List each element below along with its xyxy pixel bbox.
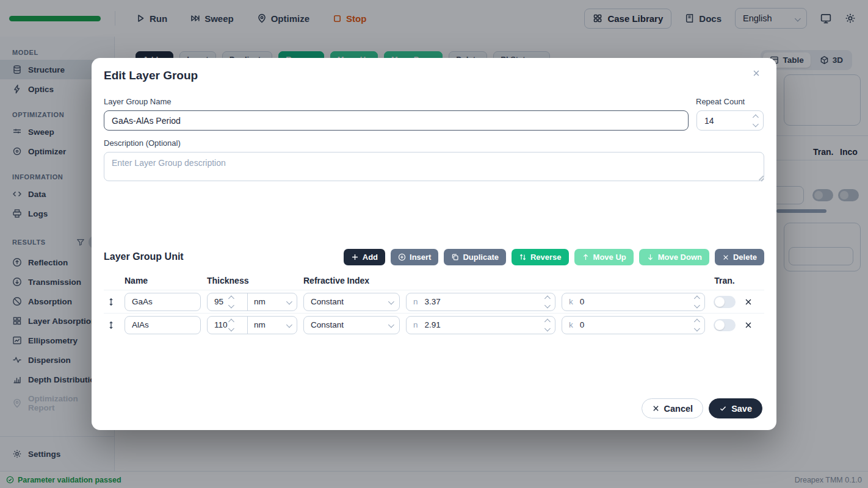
thickness-stepper[interactable] (208, 293, 248, 310)
stepper-buttons[interactable] (750, 115, 763, 126)
modal-footer: Cancel Save (642, 398, 762, 418)
plus-icon (351, 253, 359, 261)
thickness-group: nm (207, 316, 297, 334)
n-value-stepper[interactable]: n (406, 316, 555, 334)
modal-title: Edit Layer Group (104, 69, 198, 82)
tran-toggle[interactable] (714, 319, 736, 331)
chevron-down-icon (388, 299, 394, 305)
chevron-down-icon (388, 322, 394, 328)
app-root: Run Sweep Optimize Stop Case Library (0, 0, 868, 488)
index-type-select[interactable]: Constant (303, 293, 400, 311)
delete-layer-button[interactable]: Delete (715, 249, 764, 265)
layer-name-field[interactable] (125, 293, 201, 311)
remove-row-icon[interactable] (744, 321, 754, 329)
k-prefix: k (562, 320, 573, 329)
close-icon[interactable] (752, 69, 761, 77)
thickness-group: nm (207, 293, 297, 311)
drag-handle-icon[interactable] (104, 321, 118, 329)
edit-layer-group-modal: Edit Layer Group Layer Group Name Repeat… (92, 58, 776, 430)
stepper-buttons[interactable] (542, 320, 555, 331)
insert-layer-button[interactable]: Insert (391, 249, 438, 265)
stepper-buttons[interactable] (228, 296, 236, 307)
stepper-buttons[interactable] (692, 320, 704, 331)
layer-row: nm Constant n k (104, 290, 764, 313)
stepper-buttons[interactable] (692, 296, 704, 307)
k-prefix: k (562, 297, 573, 306)
save-button[interactable]: Save (709, 398, 762, 418)
drag-handle-icon[interactable] (104, 298, 118, 306)
layer-table-header: Name Thickness Refractive Index Tran. (104, 273, 764, 289)
thickness-input[interactable] (208, 320, 228, 329)
repeat-count-label: Repeat Count (696, 97, 745, 106)
cancel-button[interactable]: Cancel (642, 398, 704, 418)
plus-circle-icon (398, 253, 406, 261)
layer-group-unit-heading: Layer Group Unit (104, 251, 184, 262)
k-value-stepper[interactable]: k (562, 316, 705, 334)
n-value-input[interactable] (418, 297, 542, 306)
refractive-index-column-header: Refractive Index (303, 276, 400, 285)
index-type-select[interactable]: Constant (303, 316, 400, 334)
arrow-up-icon (582, 253, 590, 261)
resize-grip-icon[interactable] (758, 174, 764, 180)
check-icon (719, 404, 727, 412)
arrow-down-icon (646, 253, 654, 261)
n-value-stepper[interactable]: n (406, 293, 555, 311)
name-column-header: Name (125, 276, 201, 285)
thickness-column-header: Thickness (207, 276, 297, 285)
layer-table: nm Constant n k nm Constant n k (104, 290, 764, 336)
repeat-count-input[interactable] (697, 116, 750, 126)
n-prefix: n (407, 320, 418, 329)
unit-select[interactable]: nm (248, 293, 297, 310)
layer-actions: Add Insert Duplicate Reverse Move Up Mov… (344, 249, 764, 265)
layer-group-name-input[interactable] (104, 110, 689, 131)
description-label: Description (Optional) (104, 138, 181, 148)
layer-group-name-label: Layer Group Name (104, 97, 172, 106)
chevron-down-icon (286, 299, 292, 305)
thickness-stepper[interactable] (208, 317, 248, 334)
x-icon (652, 404, 660, 412)
move-down-button[interactable]: Move Down (639, 249, 709, 265)
remove-row-icon[interactable] (744, 298, 754, 306)
x-icon (722, 254, 729, 261)
n-value-input[interactable] (418, 320, 542, 329)
move-up-button[interactable]: Move Up (574, 249, 634, 265)
layer-name-field[interactable] (125, 316, 201, 334)
tran-toggle[interactable] (714, 296, 736, 308)
duplicate-layer-button[interactable]: Duplicate (444, 249, 506, 265)
k-value-input[interactable] (573, 320, 692, 329)
stepper-buttons[interactable] (228, 320, 236, 331)
chevron-down-icon (286, 322, 292, 328)
description-textarea[interactable] (104, 152, 764, 181)
unit-select[interactable]: nm (248, 317, 297, 334)
layer-name-input[interactable] (125, 297, 200, 306)
arrows-up-down-icon (519, 253, 527, 261)
k-value-stepper[interactable]: k (562, 293, 705, 311)
layer-row: nm Constant n k (104, 313, 764, 336)
reverse-layers-button[interactable]: Reverse (512, 249, 569, 265)
n-prefix: n (407, 297, 418, 306)
stepper-buttons[interactable] (542, 296, 555, 307)
layer-name-input[interactable] (125, 320, 200, 329)
add-layer-button[interactable]: Add (344, 249, 385, 265)
thickness-input[interactable] (208, 297, 228, 306)
tran-column-header: Tran. (711, 276, 738, 285)
k-value-input[interactable] (573, 297, 692, 306)
copy-icon (451, 253, 459, 261)
repeat-count-stepper[interactable] (696, 110, 764, 131)
